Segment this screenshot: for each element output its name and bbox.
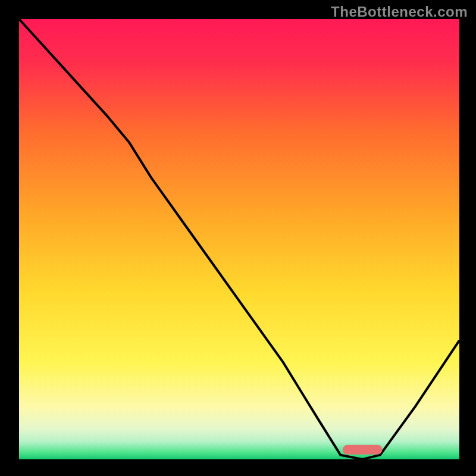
plot-area xyxy=(19,19,459,459)
optimum-marker xyxy=(343,445,383,455)
watermark-text: TheBottleneck.com xyxy=(331,4,468,20)
chart-svg xyxy=(0,0,476,476)
chart-frame: TheBottleneck.com xyxy=(0,0,476,476)
